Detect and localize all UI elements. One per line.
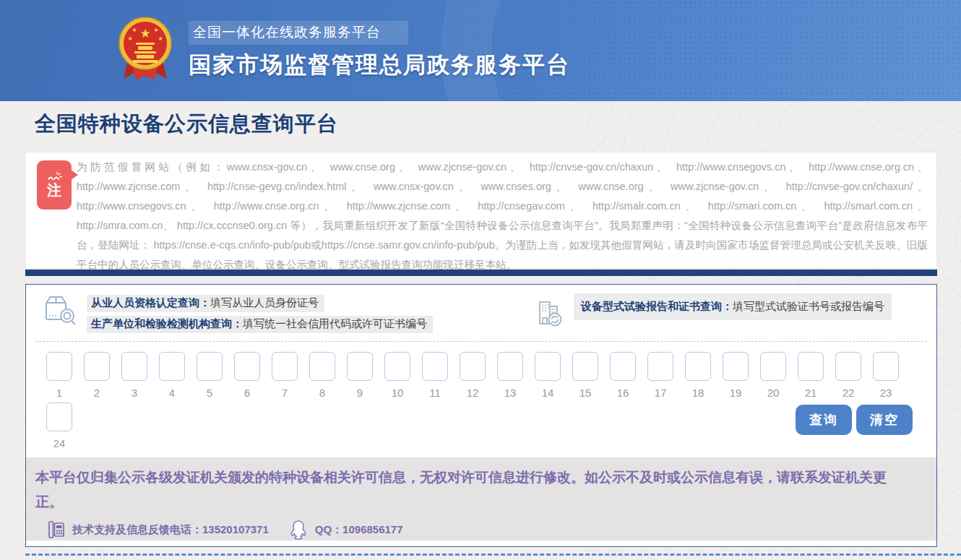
query-type-personnel: 从业人员资格认定查询：填写从业人员身份证号 [87, 295, 324, 312]
code-box-cell: 7 [272, 352, 298, 400]
query-type-equipment: 设备型式试验报告和证书查询：填写型式试验证书号或报告编号 [574, 293, 892, 320]
code-char-box-22[interactable] [835, 352, 861, 381]
code-char-box-9[interactable] [347, 352, 373, 381]
svg-text:★: ★ [153, 27, 158, 33]
code-box-number: 24 [46, 437, 72, 450]
code-box-cell: 2 [84, 352, 110, 400]
code-char-box-4[interactable] [159, 352, 185, 381]
code-box-cell: 1 [46, 352, 72, 400]
code-char-box-13[interactable] [497, 352, 523, 381]
code-box-cell: 16 [610, 352, 636, 400]
code-boxes: 123456789101112131415161718192021222324 [46, 352, 908, 450]
code-box-cell: 19 [723, 352, 749, 400]
code-char-box-12[interactable] [460, 352, 486, 381]
code-box-cell: 15 [572, 352, 598, 400]
code-box-number: 14 [535, 387, 561, 400]
code-char-box-18[interactable] [685, 352, 711, 381]
search-button[interactable]: 查询 [796, 405, 852, 435]
code-char-box-16[interactable] [610, 352, 636, 381]
code-box-cell: 22 [835, 352, 861, 400]
code-box-number: 12 [460, 387, 486, 400]
panel-footer: 本平台仅归集公示各级发证机关颁发的特种设备相关许可信息，无权对许可信息进行修改。… [26, 457, 936, 540]
code-char-box-5[interactable] [197, 352, 223, 381]
qq-number: 1096856177 [342, 523, 402, 535]
code-box-number: 6 [234, 387, 260, 400]
code-char-box-21[interactable] [798, 352, 824, 381]
support-phone-label: 技术支持及信息反馈电话： [72, 523, 202, 535]
code-box-number: 17 [647, 387, 673, 400]
code-box-cell: 18 [685, 352, 711, 400]
support-phone-text: 技术支持及信息反馈电话：13520107371 [72, 523, 269, 537]
anti-fraud-notice-card: 注 为防范假冒网站（例如：www.cnsx-gov.cn、 www.cnse.o… [25, 152, 937, 269]
notice-badge-text: 注 [47, 182, 61, 198]
code-char-box-11[interactable] [422, 352, 448, 381]
code-box-cell: 24 [46, 402, 72, 450]
unit-query-hint: 填写统一社会信用代码或许可证书编号 [243, 317, 427, 329]
code-char-box-15[interactable] [572, 352, 598, 381]
notice-badge-icon: 注 [37, 160, 72, 210]
site-header: ★ ★ ★ ★ ★ 全国一体化在线政务服务平台 国家市场监督管理总局政务服务平台 [0, 0, 961, 101]
code-box-cell: 3 [121, 352, 147, 400]
code-box-cell: 11 [422, 352, 448, 400]
code-box-cell: 23 [873, 352, 899, 400]
fax-phone-icon [48, 520, 65, 539]
code-box-number: 19 [723, 387, 749, 400]
code-box-number: 4 [159, 387, 185, 400]
support-phone-number: 13520107371 [202, 523, 269, 535]
svg-text:★: ★ [158, 35, 163, 42]
code-box-number: 13 [497, 387, 523, 400]
code-char-box-20[interactable] [760, 352, 786, 381]
code-box-number: 20 [760, 387, 786, 400]
code-char-box-2[interactable] [84, 352, 110, 381]
code-box-number: 5 [197, 387, 223, 400]
code-char-box-6[interactable] [234, 352, 260, 381]
code-box-number: 23 [873, 387, 899, 400]
code-char-box-17[interactable] [647, 352, 673, 381]
code-box-cell: 21 [798, 352, 824, 400]
code-char-box-19[interactable] [723, 352, 749, 381]
code-box-cell: 14 [535, 352, 561, 400]
code-char-box-8[interactable] [309, 352, 335, 381]
svg-text:★: ★ [139, 27, 150, 40]
code-box-cell: 13 [497, 352, 523, 400]
code-box-number: 10 [384, 387, 410, 400]
code-box-number: 22 [835, 387, 861, 400]
code-box-number: 9 [347, 387, 373, 400]
code-box-number: 11 [422, 387, 448, 400]
code-char-box-7[interactable] [272, 352, 298, 381]
code-box-cell: 9 [347, 352, 373, 400]
svg-text:★: ★ [127, 35, 132, 42]
code-char-box-1[interactable] [46, 352, 72, 381]
clear-button[interactable]: 清空 [856, 405, 913, 435]
personnel-query-label: 从业人员资格认定查询： [91, 296, 210, 309]
code-box-cell: 6 [234, 352, 260, 400]
code-char-box-3[interactable] [121, 352, 147, 381]
code-box-cell: 4 [159, 352, 185, 400]
anti-fraud-notice-text: 为防范假冒网站（例如：www.cnsx-gov.cn、 www.cnse.org… [77, 158, 928, 275]
disclaimer-text: 本平台仅归集公示各级发证机关颁发的特种设备相关许可信息，无权对许可信息进行修改。… [26, 457, 936, 514]
building-search-icon [533, 296, 565, 332]
code-box-cell: 8 [309, 352, 335, 400]
code-box-number: 18 [685, 387, 711, 400]
navy-divider-bar [25, 270, 937, 276]
code-box-cell: 10 [384, 352, 410, 400]
gov-platform-subtitle: 全国一体化在线政务服务平台 [189, 21, 408, 45]
qq-penguin-icon [289, 520, 308, 540]
unit-query-label: 生产单位和检验检测机构查询： [91, 317, 243, 329]
code-char-box-14[interactable] [535, 352, 561, 381]
code-box-cell: 17 [647, 352, 673, 400]
code-box-number: 2 [84, 387, 110, 400]
code-box-number: 15 [572, 387, 598, 400]
code-box-cell: 5 [197, 352, 223, 400]
bottom-dashed-line [25, 553, 961, 556]
code-box-number: 16 [610, 387, 636, 400]
qq-label: QQ： [315, 523, 342, 535]
code-char-box-10[interactable] [384, 352, 410, 381]
code-char-box-24[interactable] [46, 402, 72, 431]
code-char-box-23[interactable] [873, 352, 899, 381]
code-box-number: 21 [798, 387, 824, 400]
code-box-number: 7 [272, 387, 298, 400]
code-box-number: 1 [46, 387, 72, 400]
page-title: 全国特种设备公示信息查询平台 [35, 110, 338, 139]
personnel-query-hint: 填写从业人员身份证号 [210, 296, 319, 309]
